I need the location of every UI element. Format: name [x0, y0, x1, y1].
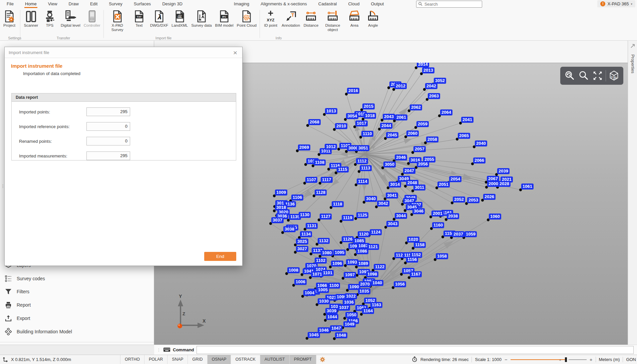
- map-point-label[interactable]: 1108: [314, 159, 326, 165]
- map-point-label[interactable]: 1037: [338, 305, 350, 311]
- map-point-label[interactable]: 2043: [383, 114, 395, 120]
- menu-item-home[interactable]: Home: [22, 0, 40, 8]
- menu-item-file[interactable]: File: [3, 0, 17, 8]
- map-point-label[interactable]: 1122: [374, 264, 386, 270]
- ribbon-button-point-cloud[interactable]: Point Cloud: [235, 9, 258, 28]
- sidebar-item-survey-codes[interactable]: Survey codes: [5, 272, 45, 285]
- map-point-label[interactable]: 2059: [416, 121, 429, 127]
- map-point-label[interactable]: 2051: [437, 181, 450, 188]
- map-point-label[interactable]: 3043: [386, 221, 399, 227]
- map-point-label[interactable]: 2060: [406, 130, 419, 136]
- zoom-in-button[interactable]: +: [590, 357, 593, 362]
- map-point-label[interactable]: 2039: [497, 168, 510, 174]
- ribbon-button-annotation[interactable]: TAnnotation: [280, 9, 302, 28]
- map-point-label[interactable]: 2057: [413, 146, 426, 152]
- map-point-label[interactable]: 1163: [370, 302, 382, 308]
- zoom-icon[interactable]: [578, 70, 590, 82]
- ribbon-button-area[interactable]: Area: [345, 9, 364, 28]
- map-point-label[interactable]: 1113: [360, 165, 372, 171]
- map-point-label[interactable]: 1126: [342, 236, 354, 242]
- map-point-label[interactable]: 2061: [395, 114, 407, 120]
- map-point-label[interactable]: 2013: [422, 67, 434, 73]
- toggle-snap[interactable]: SNAP: [168, 355, 188, 364]
- map-point-label[interactable]: 1005: [317, 287, 329, 293]
- map-point-label[interactable]: 1022: [345, 293, 357, 299]
- menu-item-output[interactable]: Output: [367, 0, 387, 8]
- map-point-label[interactable]: 1004: [303, 290, 316, 296]
- map-point-label[interactable]: 1089: [357, 261, 369, 267]
- map-point-label[interactable]: 3041: [386, 193, 398, 199]
- end-button[interactable]: End: [204, 252, 236, 261]
- ribbon-button-survey-data[interactable]: Survey data: [190, 9, 213, 28]
- map-point-label[interactable]: 2038: [447, 213, 459, 219]
- map-point-label[interactable]: 1112: [356, 158, 368, 164]
- map-point-label[interactable]: 2053: [467, 197, 480, 203]
- menu-item-surfaces[interactable]: Surfaces: [130, 0, 154, 8]
- sidebar-item-report[interactable]: Report: [5, 298, 31, 312]
- map-point-label[interactable]: 3025: [296, 239, 308, 245]
- menu-item-alignments-x-sections[interactable]: Alignments & x-sections: [257, 0, 310, 8]
- map-point-label[interactable]: 1061: [521, 184, 534, 190]
- map-point-label[interactable]: 1045: [308, 332, 320, 338]
- map-point-label[interactable]: 3040: [365, 196, 377, 202]
- map-point-label[interactable]: 1118: [332, 201, 344, 207]
- map-point-label[interactable]: 2016: [347, 88, 359, 94]
- map-point-label[interactable]: 1167: [410, 271, 422, 277]
- map-point-label[interactable]: 1040: [371, 280, 383, 286]
- map-point-label[interactable]: 1097: [344, 272, 356, 278]
- map-point-label[interactable]: 3011: [413, 185, 425, 191]
- toggle-autolist[interactable]: AUTOLIST: [260, 355, 290, 364]
- map-point-label[interactable]: 2069: [298, 144, 310, 150]
- map-point-label[interactable]: 1121: [367, 244, 379, 250]
- map-point-label[interactable]: 1047: [330, 325, 342, 331]
- map-point-label[interactable]: 2026: [483, 194, 496, 200]
- map-point-label[interactable]: 2040: [475, 140, 487, 146]
- map-point-label[interactable]: 1006: [294, 279, 307, 285]
- map-point-label[interactable]: 1093: [346, 259, 358, 265]
- scale-slider[interactable]: +: [511, 357, 587, 362]
- sidebar-item-filters[interactable]: Filters: [5, 285, 29, 298]
- map-point-label[interactable]: 1125: [356, 212, 368, 218]
- map-point-label[interactable]: 3038: [283, 226, 296, 232]
- ribbon-button-digital-level[interactable]: Digital level: [59, 9, 82, 28]
- map-point-label[interactable]: 2062: [410, 104, 422, 110]
- map-point-label[interactable]: 3044: [395, 213, 407, 219]
- expand-panel-icon[interactable]: [630, 43, 635, 50]
- map-point-label[interactable]: 2015: [362, 103, 375, 109]
- dialog-titlebar[interactable]: Import instrument file ×: [5, 47, 242, 58]
- map-point-label[interactable]: 1035: [358, 288, 370, 294]
- map-point-label[interactable]: 3046: [412, 208, 425, 214]
- map-point-label[interactable]: 1131: [306, 223, 318, 229]
- toggle-polar[interactable]: POLAR: [144, 355, 168, 364]
- map-point-label[interactable]: 2052: [453, 197, 465, 203]
- map-point-label[interactable]: 2012: [394, 83, 407, 89]
- map-point-label[interactable]: 1124: [370, 229, 382, 235]
- map-point-label[interactable]: 2045: [386, 132, 398, 138]
- map-point-label[interactable]: 1106: [291, 195, 303, 201]
- view-3d-icon[interactable]: 3D: [608, 70, 620, 82]
- ribbon-button-x-pad-survey[interactable]: X-PAD Survey: [105, 9, 130, 33]
- map-point-label[interactable]: 2054: [449, 176, 461, 182]
- map-point-label[interactable]: 3042: [377, 201, 389, 207]
- menu-item-imaging[interactable]: Imaging: [231, 0, 253, 8]
- status-settings-button[interactable]: [320, 357, 325, 362]
- search-box[interactable]: [416, 1, 482, 8]
- menu-item-view[interactable]: View: [45, 0, 61, 8]
- map-point-label[interactable]: 2044: [380, 123, 392, 129]
- map-point-label[interactable]: 1086: [356, 248, 368, 254]
- menu-item-draw[interactable]: Draw: [65, 0, 82, 8]
- map-point-label[interactable]: 2010: [335, 123, 347, 129]
- map-point-label[interactable]: 1008: [287, 267, 300, 273]
- map-point-label[interactable]: 1160: [432, 222, 444, 228]
- toggle-ostrack[interactable]: OSTRACK: [231, 355, 260, 364]
- ribbon-button-angle[interactable]: Angle: [364, 9, 382, 28]
- map-point-label[interactable]: 1013: [325, 108, 337, 114]
- map-point-label[interactable]: 1095: [333, 250, 346, 256]
- map-point-label[interactable]: 1018: [364, 113, 376, 119]
- map-point-label[interactable]: 1060: [489, 214, 501, 220]
- map-point-label[interactable]: 1059: [464, 231, 477, 237]
- map-point-label[interactable]: 1115: [337, 166, 349, 172]
- map-point-label[interactable]: 1120: [358, 231, 370, 237]
- map-point-label[interactable]: 1127: [320, 214, 332, 220]
- map-point-label[interactable]: 2000: [487, 181, 500, 187]
